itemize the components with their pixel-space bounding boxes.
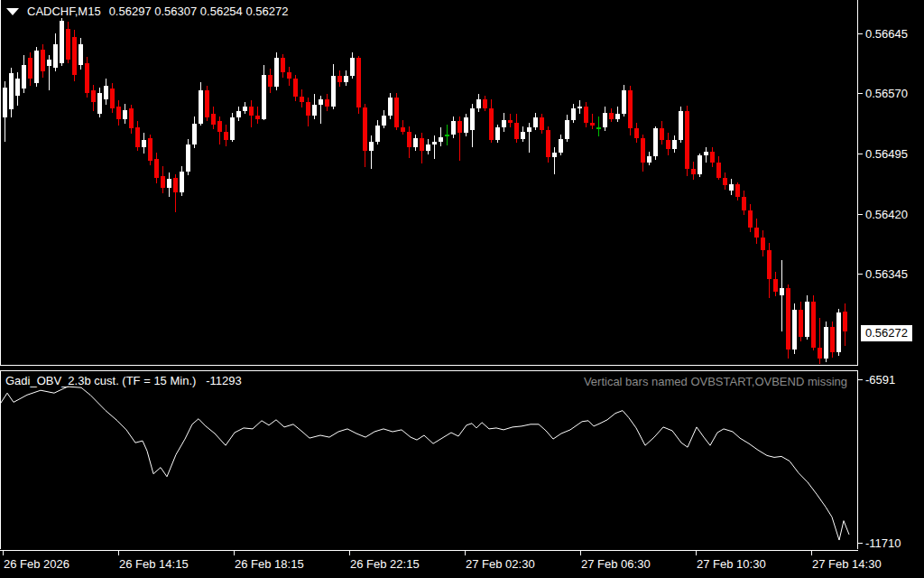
time-axis-label: 27 Feb 10:30 bbox=[697, 557, 766, 571]
candle-body bbox=[287, 72, 291, 79]
candle-body bbox=[72, 37, 77, 75]
candle-body bbox=[439, 137, 443, 141]
candle-body bbox=[356, 58, 361, 107]
candle-body bbox=[255, 116, 260, 119]
price-scale[interactable]: 0.566450.565700.564950.564200.563450.562… bbox=[858, 0, 924, 549]
time-axis-label: 26 Feb 2026 bbox=[4, 557, 69, 571]
candle-body bbox=[761, 238, 765, 250]
candle-body bbox=[337, 76, 342, 82]
candle-body bbox=[199, 90, 203, 124]
time-tick bbox=[811, 550, 812, 555]
price-axis-label: 0.56645 bbox=[865, 27, 908, 41]
candle-body bbox=[622, 90, 626, 114]
candle-body bbox=[679, 111, 683, 140]
time-axis-label: 26 Feb 14:15 bbox=[119, 557, 189, 571]
obv-line-plot bbox=[0, 370, 858, 549]
candle-body bbox=[79, 44, 83, 65]
time-axis-label: 27 Feb 06:30 bbox=[581, 557, 651, 571]
candle-body bbox=[716, 163, 721, 179]
candle-wick bbox=[781, 260, 782, 332]
price-axis-label: 0.56495 bbox=[865, 147, 908, 161]
chart-symbol-label: CADCHF,M15 bbox=[27, 5, 101, 18]
candle-body bbox=[180, 172, 184, 192]
time-tick bbox=[349, 550, 350, 555]
time-tick bbox=[118, 550, 119, 555]
candle-body bbox=[502, 120, 506, 128]
current-price-marker: 0.56272 bbox=[861, 325, 912, 341]
candle-body bbox=[142, 140, 146, 147]
candle-body bbox=[464, 117, 468, 133]
candle-body bbox=[148, 138, 152, 161]
candle-body bbox=[742, 197, 746, 210]
candle-body bbox=[432, 142, 437, 145]
candle-body bbox=[382, 116, 386, 126]
candle-body bbox=[420, 138, 424, 151]
candle-body bbox=[375, 126, 380, 142]
time-tick bbox=[234, 550, 235, 555]
obv-indicator-line bbox=[0, 387, 849, 540]
candle-body bbox=[154, 159, 159, 178]
candle-body bbox=[192, 124, 197, 144]
candle-body bbox=[843, 312, 847, 331]
candle-body bbox=[647, 156, 651, 162]
candle-body bbox=[805, 302, 809, 337]
candle-body bbox=[331, 76, 336, 107]
candle-body bbox=[34, 51, 39, 82]
indicator-top-border bbox=[0, 370, 858, 371]
candle-body bbox=[85, 63, 89, 93]
candle-body bbox=[281, 58, 285, 72]
chart-bottom-border bbox=[0, 365, 858, 366]
candle-body bbox=[578, 107, 582, 109]
candle-body bbox=[268, 75, 273, 87]
candle-body bbox=[15, 79, 20, 96]
candle-body bbox=[230, 117, 235, 140]
candle-body bbox=[521, 132, 525, 139]
candle-body bbox=[293, 79, 298, 96]
candle-body bbox=[470, 108, 475, 130]
candle-body bbox=[274, 58, 279, 87]
candle-body bbox=[97, 93, 102, 114]
candle-body bbox=[495, 127, 500, 139]
time-scale[interactable]: 26 Feb 202626 Feb 14:1526 Feb 18:1526 Fe… bbox=[0, 549, 924, 578]
candle-body bbox=[476, 99, 481, 108]
price-tick bbox=[858, 214, 863, 215]
indicator-axis-tick bbox=[858, 543, 863, 544]
candle-body bbox=[104, 86, 108, 99]
candle-body bbox=[205, 90, 209, 117]
candle-body bbox=[767, 250, 772, 279]
candle-body bbox=[388, 98, 393, 116]
time-axis-label: 27 Feb 02:30 bbox=[466, 557, 535, 571]
candle-wick bbox=[434, 135, 435, 159]
candle-body bbox=[836, 312, 841, 352]
candle-body bbox=[559, 139, 563, 153]
time-tick bbox=[465, 550, 466, 555]
candle-body bbox=[818, 348, 822, 359]
price-tick bbox=[858, 93, 863, 94]
candle-body bbox=[28, 58, 32, 79]
candle-body bbox=[527, 127, 531, 132]
candle-body bbox=[704, 152, 708, 155]
main-chart-area[interactable]: CADCHF,M150.56297 0.56307 0.56254 0.5627… bbox=[0, 0, 858, 366]
candle-body bbox=[514, 123, 519, 139]
candle-body bbox=[407, 132, 411, 147]
time-axis-label: 26 Feb 22:15 bbox=[350, 557, 420, 571]
indicator-axis-tick bbox=[858, 379, 863, 380]
candle-body bbox=[609, 113, 614, 119]
candle-body bbox=[325, 99, 329, 107]
candle-body bbox=[394, 98, 399, 127]
candle-body bbox=[615, 114, 620, 119]
candle-wick bbox=[554, 147, 555, 174]
candle-body bbox=[773, 279, 778, 292]
candle-body bbox=[211, 114, 216, 125]
price-axis-label: 0.56570 bbox=[865, 87, 908, 100]
indicator-subwindow[interactable]: Gadi_OBV_2.3b cust. (TF = 15 Min.) -1129… bbox=[0, 370, 858, 549]
candle-body bbox=[363, 107, 367, 151]
candle-body bbox=[319, 99, 323, 104]
price-axis-label: 0.56345 bbox=[865, 267, 908, 281]
candle-body bbox=[653, 128, 658, 156]
candle-body bbox=[508, 120, 513, 124]
time-tick bbox=[3, 550, 4, 555]
candle-body bbox=[173, 178, 178, 192]
candle-wick bbox=[592, 114, 593, 130]
candle-body bbox=[729, 184, 734, 191]
